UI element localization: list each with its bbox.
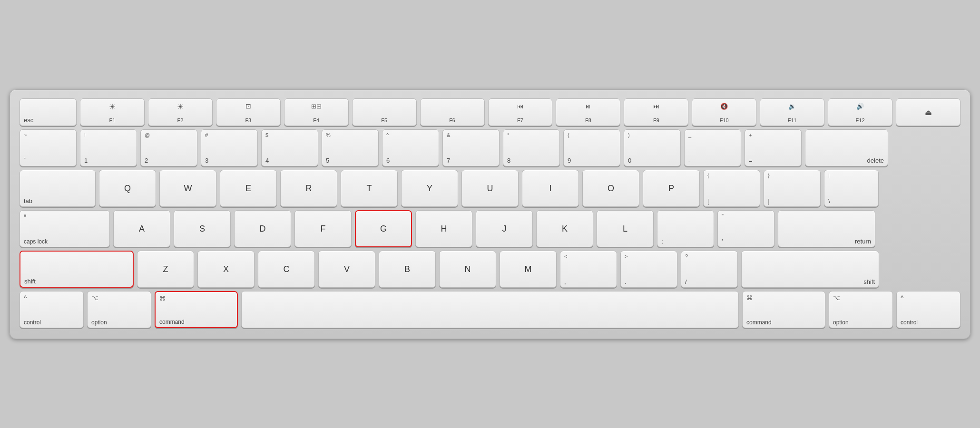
key-tab[interactable]: tab (20, 170, 96, 207)
key-g[interactable]: G (355, 210, 412, 247)
key-m[interactable]: M (500, 251, 557, 288)
zxcv-row: shift Z X C V B N M < , > . (20, 251, 960, 288)
key-space[interactable] (241, 291, 739, 328)
key-option-right[interactable]: ⌥ option (829, 291, 893, 328)
key-a[interactable]: A (113, 210, 170, 247)
fn-row: esc ☀ F1 ☀ F2 ⊡ F3 ⊞⊞ F4 F5 F6 ⏮ F7 ⏯ (20, 98, 960, 126)
key-r[interactable]: R (280, 170, 337, 207)
key-q[interactable]: Q (99, 170, 156, 207)
key-semicolon[interactable]: : ; (657, 210, 714, 247)
keyboard: esc ☀ F1 ☀ F2 ⊡ F3 ⊞⊞ F4 F5 F6 ⏮ F7 ⏯ (10, 89, 970, 339)
key-w[interactable]: W (159, 170, 216, 207)
key-slash[interactable]: ? / (681, 251, 738, 288)
key-x[interactable]: X (197, 251, 255, 288)
key-t[interactable]: T (341, 170, 398, 207)
key-capslock[interactable]: caps lock (20, 210, 110, 247)
key-i[interactable]: I (522, 170, 579, 207)
key-e[interactable]: E (220, 170, 277, 207)
key-j[interactable]: J (476, 210, 533, 247)
key-shift-right[interactable]: shift (741, 251, 879, 288)
key-v[interactable]: V (318, 251, 375, 288)
key-f3[interactable]: ⊡ F3 (216, 98, 281, 126)
key-period[interactable]: > . (620, 251, 677, 288)
key-f5[interactable]: F5 (352, 98, 417, 126)
qwerty-row: tab Q W E R T Y U I O P (20, 170, 960, 207)
key-0[interactable]: ) 0 (624, 129, 681, 166)
key-8[interactable]: * 8 (503, 129, 560, 166)
key-n[interactable]: N (439, 251, 496, 288)
key-delete[interactable]: delete (805, 129, 888, 166)
key-lbracket[interactable]: { [ (703, 170, 760, 207)
key-shift-left[interactable]: shift (20, 251, 134, 288)
key-comma[interactable]: < , (560, 251, 617, 288)
asdf-row: caps lock A S D F G H J K L : ; (20, 210, 960, 247)
key-1[interactable]: ! 1 (80, 129, 137, 166)
key-c[interactable]: C (258, 251, 315, 288)
key-control-left[interactable]: ^ control (20, 291, 84, 328)
key-f2[interactable]: ☀ F2 (148, 98, 213, 126)
key-eject[interactable]: ⏏ (896, 98, 960, 126)
key-9[interactable]: ( 9 (563, 129, 620, 166)
number-row: ~ ` ! 1 @ 2 # 3 $ 4 % 5 ^ 6 & 7 (20, 129, 960, 166)
key-f11[interactable]: 🔉 F11 (760, 98, 824, 126)
key-f[interactable]: F (294, 210, 352, 247)
key-6[interactable]: ^ 6 (382, 129, 439, 166)
key-f4[interactable]: ⊞⊞ F4 (284, 98, 349, 126)
key-f6[interactable]: F6 (420, 98, 485, 126)
key-k[interactable]: K (536, 210, 593, 247)
key-s[interactable]: S (174, 210, 231, 247)
key-f10[interactable]: 🔇 F10 (692, 98, 756, 126)
key-2[interactable]: @ 2 (140, 129, 197, 166)
key-z[interactable]: Z (137, 251, 194, 288)
key-f1[interactable]: ☀ F1 (80, 98, 145, 126)
key-command-right[interactable]: ⌘ command (742, 291, 825, 328)
key-return[interactable]: return (778, 210, 875, 247)
key-rbracket[interactable]: } ] (764, 170, 821, 207)
key-d[interactable]: D (234, 210, 291, 247)
key-f9[interactable]: ⏭ F9 (624, 98, 688, 126)
key-l[interactable]: L (597, 210, 654, 247)
key-h[interactable]: H (415, 210, 472, 247)
key-7[interactable]: & 7 (442, 129, 500, 166)
key-quote[interactable]: " ' (717, 210, 774, 247)
key-3[interactable]: # 3 (201, 129, 258, 166)
key-o[interactable]: O (582, 170, 639, 207)
key-f8[interactable]: ⏯ F8 (556, 98, 620, 126)
key-y[interactable]: Y (401, 170, 458, 207)
key-p[interactable]: P (643, 170, 700, 207)
key-equals[interactable]: + = (745, 129, 802, 166)
bottom-row: ^ control ⌥ option ⌘ command ⌘ command ⌥… (20, 291, 960, 328)
key-f12[interactable]: 🔊 F12 (828, 98, 892, 126)
key-esc[interactable]: esc (20, 98, 77, 126)
key-5[interactable]: % 5 (322, 129, 379, 166)
key-minus[interactable]: _ - (684, 129, 741, 166)
key-backslash[interactable]: | \ (824, 170, 879, 207)
key-tilde[interactable]: ~ ` (20, 129, 77, 166)
key-f7[interactable]: ⏮ F7 (488, 98, 553, 126)
key-option-left[interactable]: ⌥ option (87, 291, 151, 328)
key-u[interactable]: U (461, 170, 519, 207)
key-4[interactable]: $ 4 (261, 129, 318, 166)
key-control-right[interactable]: ^ control (896, 291, 960, 328)
key-b[interactable]: B (379, 251, 436, 288)
key-command-left[interactable]: ⌘ command (155, 291, 238, 328)
